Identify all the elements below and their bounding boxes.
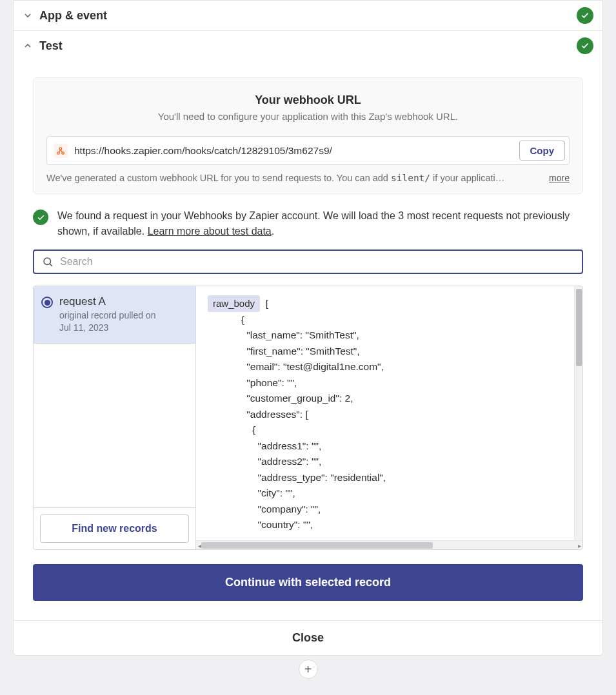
horizontal-scrollbar[interactable]: ◂ ▸ [196,540,582,549]
radio-selected-icon[interactable] [41,297,53,308]
find-new-records-button[interactable]: Find new records [40,514,189,543]
section-app-event[interactable]: App & event [14,1,602,31]
search-icon [42,256,54,268]
search-field[interactable] [33,250,583,274]
record-detail: raw_body [ { "last_name": "SmithTest", "… [196,286,582,549]
found-period: . [272,226,274,237]
section-test[interactable]: Test [14,31,602,61]
body-tag: raw_body [208,295,260,312]
records-box: request A original record pulled on Jul … [33,286,583,550]
webhook-generated-note: We've generated a custom webhook URL for… [46,173,570,183]
learn-more-link[interactable]: Learn more about test data [148,226,272,237]
svg-point-3 [44,258,51,265]
record-subtitle: original record pulled on Jul 11, 2023 [59,309,155,334]
webhook-title: Your webhook URL [46,93,570,107]
status-complete-icon [577,7,593,24]
section-title: Test [39,39,577,53]
more-link[interactable]: more [549,173,570,183]
webhook-url[interactable]: https://hooks.zapier.com/hooks/catch/128… [74,145,513,157]
generated-suffix: if your applicati… [430,173,504,183]
section-title: App & event [39,9,577,23]
svg-point-2 [59,147,62,150]
copy-button[interactable]: Copy [519,141,566,161]
chevron-down-icon [23,10,33,21]
close-button[interactable]: Close [14,620,602,655]
generated-code: silent/ [391,173,430,183]
record-item[interactable]: request A original record pulled on Jul … [34,286,195,344]
found-request-row: We found a request in your Webhooks by Z… [33,208,583,239]
generated-prefix: We've generated a custom webhook URL for… [46,173,391,183]
success-icon [33,210,48,225]
status-complete-icon [577,37,593,54]
add-step-button[interactable]: + [299,660,318,679]
svg-line-4 [50,264,52,266]
test-body: Your webhook URL You'll need to configur… [14,77,602,620]
webhook-card: Your webhook URL You'll need to configur… [33,77,583,194]
found-text: We found a request in your Webhooks by Z… [57,208,583,239]
webhook-icon [54,144,68,158]
webhook-subtitle: You'll need to configure your applicatio… [46,111,570,122]
raw-body-json: [ { "last_name": "SmithTest", "first_nam… [208,298,386,530]
found-prefix: We found a request in your Webhooks by Z… [57,210,570,237]
search-input[interactable] [60,256,574,268]
continue-button[interactable]: Continue with selected record [33,564,583,601]
record-title: request A [59,295,155,308]
chevron-up-icon [23,41,33,51]
vertical-scrollbar[interactable] [574,286,582,540]
scroll-right-icon[interactable]: ▸ [575,541,582,549]
editor-panel: App & event Test Your webhook URL You'll… [13,0,603,656]
record-content[interactable]: raw_body [ { "last_name": "SmithTest", "… [196,286,582,540]
webhook-url-row: https://hooks.zapier.com/hooks/catch/128… [46,136,570,165]
records-list: request A original record pulled on Jul … [34,286,196,549]
